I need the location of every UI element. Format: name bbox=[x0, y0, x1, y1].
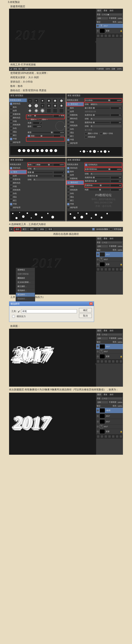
tb-opacity-value[interactable]: 100% bbox=[105, 68, 110, 70]
checkbox-icon[interactable] bbox=[10, 113, 12, 116]
checkbox-icon[interactable] bbox=[10, 110, 12, 112]
angle-picker[interactable] bbox=[56, 121, 65, 131]
brightness-jitter-label: 亮度抖动 bbox=[85, 184, 92, 187]
eye-icon[interactable] bbox=[97, 25, 99, 27]
ctx-delete-path[interactable]: 删除路径 bbox=[16, 276, 35, 280]
brush-preview bbox=[67, 147, 122, 156]
sparkle-2017-dense: 2017 bbox=[13, 413, 50, 432]
ob-auto-label: 自动添加/删除 bbox=[96, 228, 108, 231]
ctx-stroke-path[interactable]: 描边路径… bbox=[16, 293, 35, 297]
layer-row-2017[interactable]: T 2017 bbox=[96, 24, 123, 28]
layers-panel: 图层 通道 路径 类型⬚ T ▢ ▣ 正常不透明度:100% 锁定:填充:100… bbox=[96, 9, 123, 62]
fgbg-jitter-value[interactable]: 100% bbox=[110, 168, 122, 171]
brush-panel-shape-dynamics: 画笔 画笔预设 画笔笔尖形状 形状动态 散布 纹理 双重画笔 颜色动态 传递 画… bbox=[66, 94, 123, 157]
count-jitter-label: 数量抖动 bbox=[28, 174, 35, 177]
control-select[interactable]: 钢笔压力 bbox=[90, 103, 122, 106]
tb-mode-label: 模式: bbox=[18, 68, 23, 70]
ctx-create-vmask[interactable]: 创建矢量蒙版 bbox=[16, 272, 35, 276]
checkbox-icon[interactable] bbox=[10, 124, 12, 126]
layers-btn[interactable] bbox=[119, 34, 122, 37]
ob-selection-btn[interactable]: 选区… bbox=[29, 228, 37, 231]
brush-preview bbox=[10, 211, 65, 220]
screenshot-context-menu: 2017 添加锚点 创建矢量蒙版 删除路径 定义自定形状… 建立选区… 填充路径… bbox=[9, 237, 123, 294]
tb-flow-value[interactable]: 100% bbox=[117, 68, 122, 70]
tb-opacity-label: 不透明度: bbox=[96, 68, 104, 70]
size-jitter-slider[interactable] bbox=[93, 100, 110, 101]
checkbox-icon[interactable] bbox=[10, 131, 12, 133]
layers-opacity-value[interactable]: 100% bbox=[118, 18, 122, 20]
checkbox-icon[interactable] bbox=[10, 117, 12, 119]
layers-btn[interactable] bbox=[112, 34, 115, 37]
cancel-button[interactable]: 取消 bbox=[79, 314, 92, 318]
checkbox-icon[interactable] bbox=[10, 138, 12, 140]
layers-blend-select[interactable]: 正常 bbox=[97, 17, 108, 20]
chk-scatter[interactable]: 散布 bbox=[13, 171, 17, 173]
ctx-define-shape[interactable]: 定义自定形状… bbox=[16, 280, 35, 284]
checkbox-icon[interactable] bbox=[10, 141, 12, 144]
layers-fill-value[interactable]: 100% bbox=[118, 21, 122, 23]
checkbox-icon[interactable] bbox=[10, 102, 12, 105]
brush-preview bbox=[10, 146, 65, 155]
checkbox-icon[interactable] bbox=[10, 120, 12, 123]
brush-panel-title: 画笔 画笔预设 bbox=[66, 94, 123, 98]
chk-shape-dynamics[interactable]: 形状动态 bbox=[70, 103, 78, 106]
tab-layers[interactable]: 图层 bbox=[96, 9, 102, 12]
layers-btn[interactable] bbox=[104, 34, 107, 37]
checkbox-icon[interactable] bbox=[110, 228, 112, 230]
brush-tip-grid[interactable] bbox=[28, 98, 65, 113]
layer-name-2017: 2017 bbox=[104, 25, 108, 27]
roundness-value[interactable]: 100% bbox=[33, 125, 42, 128]
simulate-pressure-checkbox[interactable] bbox=[12, 315, 15, 318]
final-instruction: 依次新建图层 画笔像素缩小为10像素 8像素再次描边路径（可以再次修改其他画笔数… bbox=[0, 387, 132, 393]
instr2: 画笔笔尖形状： 大小 间距 bbox=[0, 75, 132, 80]
layer-row-bg[interactable]: 背景 🔒 bbox=[96, 28, 123, 34]
chk-tip-shape[interactable]: 画笔笔尖形状 bbox=[10, 99, 21, 102]
layers-btn[interactable] bbox=[97, 34, 100, 37]
tb-brush: 画笔 bbox=[13, 68, 17, 70]
scatter-value[interactable]: 645% bbox=[53, 164, 65, 166]
brush-panel-tip-shape: 画笔 画笔预设 画笔笔尖形状 形状动态 散布 纹理 双重画笔 颜色动态 传递 画… bbox=[9, 94, 66, 157]
close-icon[interactable]: ✕ bbox=[89, 302, 93, 305]
stroke-path-dialog: 描边路径✕ 工具:🖌画笔 模拟压力 确定 取消 bbox=[9, 302, 94, 322]
checkbox-icon[interactable] bbox=[10, 127, 12, 130]
ctx-make-selection[interactable]: 建立选区… bbox=[16, 284, 35, 288]
hardness-slider[interactable] bbox=[32, 132, 53, 133]
dialog-title: 描边路径 bbox=[10, 302, 20, 305]
pen-tool-icon[interactable]: ✒ bbox=[11, 228, 12, 230]
angle-value[interactable]: 0° bbox=[33, 122, 42, 124]
eye-icon[interactable] bbox=[97, 30, 99, 32]
checkbox-icon[interactable] bbox=[67, 103, 70, 106]
layers-btn[interactable] bbox=[108, 34, 111, 37]
chk-color-dynamics[interactable]: 颜色动态 bbox=[70, 181, 78, 184]
layers-kind-select[interactable]: ⬚ T ▢ ▣ bbox=[101, 13, 122, 16]
pen-mode-select[interactable]: 路径 bbox=[14, 227, 21, 231]
sub-stroke-path: 画面右击选择-描边路径 bbox=[0, 232, 132, 237]
dialog-tool-select[interactable]: 画笔 bbox=[21, 309, 77, 313]
ctx-fill-path[interactable]: 填充路径… bbox=[16, 288, 35, 293]
tab-channels[interactable]: 通道 bbox=[102, 9, 109, 12]
size-jitter-value[interactable]: 100% bbox=[110, 99, 122, 102]
tb-flow-label: 流量: bbox=[111, 68, 116, 70]
layer-row[interactable]: 2017 bbox=[96, 252, 123, 257]
ob-mask-btn[interactable]: 蒙版 bbox=[39, 228, 45, 231]
tb-mode-select[interactable]: 正常 bbox=[24, 68, 95, 70]
checkbox-icon[interactable] bbox=[10, 106, 12, 108]
roundness-label: 圆度: bbox=[28, 125, 32, 128]
ctx-clip-path[interactable]: 剪贴路径… bbox=[16, 297, 35, 301]
brightness-jitter-value[interactable]: 42 bbox=[110, 184, 122, 187]
hardness-value[interactable]: 100% bbox=[53, 131, 65, 134]
layers-btn[interactable] bbox=[100, 34, 103, 37]
checkbox-icon[interactable] bbox=[92, 228, 95, 230]
layers-panel: 图层通道路径 类型⬚ T ▢ 正常不透明度:100% 锁定:填充:100% 20… bbox=[96, 329, 123, 387]
checkbox-icon[interactable] bbox=[10, 134, 12, 137]
spacing-slider[interactable] bbox=[35, 136, 53, 136]
tab-paths[interactable]: 路径 bbox=[109, 9, 115, 12]
ob-shape-btn[interactable]: 形状 bbox=[47, 228, 54, 231]
brush-tool-icon[interactable]: 🖌 bbox=[10, 68, 12, 70]
ctx-add-anchor[interactable]: 添加锚点 bbox=[16, 268, 35, 272]
layers-btn[interactable] bbox=[116, 34, 119, 37]
step4-title: 4.选择钢笔工具，工具模式为路径 bbox=[0, 222, 132, 227]
angle-jitter-label: 角度抖动 bbox=[85, 114, 92, 116]
ok-button[interactable]: 确定 bbox=[79, 308, 92, 312]
screenshot-result-2: 2017 图层通道路径 类型⬚ T ▢ 正常不透明度:100% 锁定:填充:10… bbox=[9, 393, 123, 455]
